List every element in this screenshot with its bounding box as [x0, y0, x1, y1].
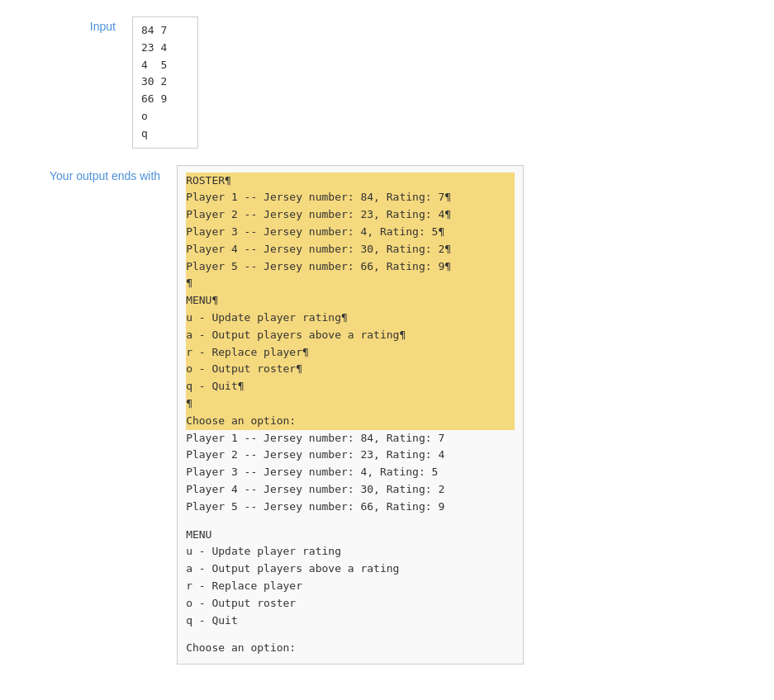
out-h-line-13: q - Quit¶: [186, 378, 515, 395]
out-h-line-14: ¶: [186, 395, 515, 413]
output-label-text: Your output ends with: [50, 169, 160, 182]
input-line-3: 4 5: [141, 57, 189, 74]
out-p-line-5: Player 5 -- Jersey number: 66, Rating: 9: [186, 499, 515, 516]
input-line-7: q: [141, 125, 189, 143]
input-line-1: 84 7: [141, 22, 189, 40]
output-box: ROSTER¶ Player 1 -- Jersey number: 84, R…: [177, 165, 524, 665]
input-line-6: o: [141, 108, 189, 125]
out-p-line-12: Choose an option:: [186, 640, 515, 657]
out-h-line-5: Player 4 -- Jersey number: 30, Rating: 2…: [186, 241, 515, 258]
out-p-line-8: a - Output players above a rating: [186, 560, 515, 578]
input-line-5: 66 9: [141, 91, 189, 108]
out-p-empty-2: [186, 629, 515, 640]
output-section: Your output ends with ROSTER¶ Player 1 -…: [0, 165, 774, 665]
out-p-line-2: Player 2 -- Jersey number: 23, Rating: 4: [186, 447, 515, 464]
out-h-line-1: ROSTER¶: [186, 173, 515, 190]
out-h-line-7: ¶: [186, 275, 515, 292]
out-h-line-10: a - Output players above a rating¶: [186, 327, 515, 344]
output-label: Your output ends with: [50, 165, 160, 185]
input-section: Input 84 7 23 4 4 5 30 2 66 9 o q: [0, 17, 774, 149]
page-container: Input 84 7 23 4 4 5 30 2 66 9 o q Your o…: [0, 0, 774, 681]
out-p-line-7: u - Update player rating: [186, 543, 515, 560]
out-p-line-9: r - Replace player: [186, 578, 515, 595]
out-p-line-6: MENU: [186, 527, 515, 544]
out-h-line-12: o - Output roster¶: [186, 361, 515, 378]
out-h-line-15: Choose an option:: [186, 413, 515, 430]
out-p-line-10: o - Output roster: [186, 595, 515, 612]
out-h-line-6: Player 5 -- Jersey number: 66, Rating: 9…: [186, 258, 515, 276]
out-p-line-4: Player 4 -- Jersey number: 30, Rating: 2: [186, 481, 515, 499]
out-h-line-11: r - Replace player¶: [186, 344, 515, 362]
out-h-line-2: Player 1 -- Jersey number: 84, Rating: 7…: [186, 189, 515, 206]
out-p-line-11: q - Quit: [186, 612, 515, 630]
input-label: Input: [50, 17, 116, 33]
input-line-2: 23 4: [141, 40, 189, 57]
out-p-empty-1: [186, 516, 515, 527]
input-box: 84 7 23 4 4 5 30 2 66 9 o q: [132, 17, 198, 149]
out-h-line-4: Player 3 -- Jersey number: 4, Rating: 5¶: [186, 224, 515, 241]
out-h-line-9: u - Update player rating¶: [186, 310, 515, 327]
out-h-line-8: MENU¶: [186, 292, 515, 310]
out-h-line-3: Player 2 -- Jersey number: 23, Rating: 4…: [186, 206, 515, 224]
out-p-line-1: Player 1 -- Jersey number: 84, Rating: 7: [186, 430, 515, 447]
out-p-line-3: Player 3 -- Jersey number: 4, Rating: 5: [186, 464, 515, 481]
input-line-4: 30 2: [141, 73, 189, 91]
